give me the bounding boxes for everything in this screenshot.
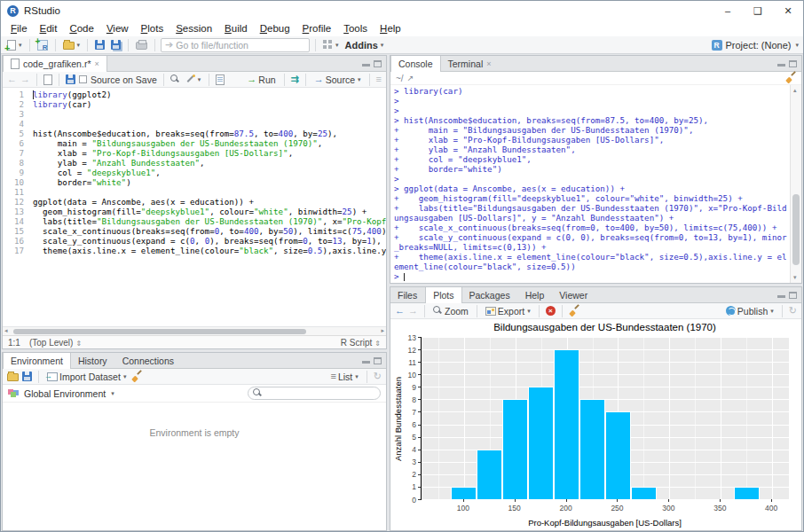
environment-scope-selector[interactable]: Global Environment bbox=[24, 388, 106, 399]
load-workspace-icon[interactable] bbox=[7, 373, 19, 381]
menu-view[interactable]: View bbox=[100, 23, 135, 34]
menu-debug[interactable]: Debug bbox=[254, 23, 296, 34]
clear-objects-icon[interactable] bbox=[131, 372, 142, 382]
new-project-button[interactable] bbox=[35, 39, 50, 51]
zoom-label: Zoom bbox=[445, 306, 469, 317]
menu-file[interactable]: File bbox=[4, 23, 34, 34]
console-input-area[interactable]: > library(car)>>> hist(Anscombe$educatio… bbox=[390, 85, 790, 283]
editor-horizontal-scrollbar[interactable]: ◂ ▸ bbox=[3, 326, 386, 335]
refresh-icon[interactable]: ↻ bbox=[789, 306, 797, 316]
new-file-button[interactable]: ▾ bbox=[5, 39, 24, 51]
maximize-pane-icon[interactable] bbox=[789, 292, 797, 299]
console-pane: Console Terminal× ~/ ↗ > library(car)>>>… bbox=[390, 55, 802, 284]
menu-help[interactable]: Help bbox=[374, 23, 407, 34]
maximize-pane-icon[interactable] bbox=[789, 60, 797, 67]
scroll-up-icon[interactable]: ▴ bbox=[793, 87, 797, 94]
save-all-button[interactable] bbox=[109, 39, 122, 51]
tab-environment[interactable]: Environment bbox=[3, 353, 71, 369]
console-scrollbar[interactable]: ▴ ▾ bbox=[790, 85, 801, 283]
menu-edit[interactable]: Edit bbox=[34, 23, 64, 34]
tab-packages[interactable]: Packages bbox=[462, 287, 518, 302]
remove-plot-icon[interactable]: × bbox=[546, 306, 556, 316]
code-line bbox=[33, 187, 386, 197]
open-in-window-icon[interactable] bbox=[43, 74, 52, 85]
x-tick-label: 150 bbox=[501, 504, 528, 512]
console-line: > ggplot(data = Anscombe, aes(x = educat… bbox=[394, 184, 790, 193]
import-dataset-button[interactable]: Import Dataset▾ bbox=[45, 371, 128, 383]
clear-console-icon[interactable] bbox=[785, 73, 796, 83]
rerun-icon[interactable]: ⇉ bbox=[291, 74, 299, 84]
pane-layout-button[interactable]: ▾ bbox=[321, 39, 341, 51]
previous-plot-icon[interactable]: ← bbox=[395, 306, 405, 316]
menu-code[interactable]: Code bbox=[63, 23, 100, 34]
menu-plots[interactable]: Plots bbox=[135, 23, 170, 34]
tab-viewer[interactable]: Viewer bbox=[552, 287, 595, 302]
run-button[interactable]: →Run bbox=[245, 74, 277, 86]
find-replace-icon[interactable] bbox=[170, 74, 180, 84]
code-editing-area[interactable]: library(ggplot2)library(car) hist(Anscom… bbox=[31, 88, 386, 326]
close-tab-icon[interactable]: × bbox=[94, 59, 99, 68]
tab-connections[interactable]: Connections bbox=[115, 353, 182, 368]
goto-directory-icon[interactable]: ↗ bbox=[407, 74, 414, 82]
scroll-down-icon[interactable]: ▾ bbox=[793, 274, 797, 281]
scope-selector[interactable]: (Top Level) bbox=[29, 338, 82, 348]
environment-search-input[interactable] bbox=[258, 388, 375, 398]
code-line: xlab = "Pro-Kopf-Bildungsausgaben [US-Do… bbox=[33, 148, 386, 158]
document-outline-icon[interactable]: ≡ bbox=[376, 74, 382, 84]
minimize-button[interactable]: – bbox=[713, 1, 743, 20]
close-tab-icon[interactable]: × bbox=[486, 59, 491, 68]
compile-report-icon[interactable] bbox=[216, 74, 225, 85]
tab-console[interactable]: Console bbox=[390, 56, 441, 72]
environment-search-box[interactable] bbox=[248, 387, 381, 400]
source-on-save-checkbox[interactable] bbox=[79, 75, 87, 83]
tab-files[interactable]: Files bbox=[390, 287, 425, 302]
goto-file-input[interactable] bbox=[176, 40, 291, 51]
menu-tools[interactable]: Tools bbox=[337, 23, 374, 34]
menu-profile[interactable]: Profile bbox=[296, 23, 338, 34]
scrollbar-thumb[interactable] bbox=[792, 194, 800, 265]
export-plot-button[interactable]: Export▾ bbox=[484, 305, 532, 317]
menu-build[interactable]: Build bbox=[218, 23, 254, 34]
code-line: labs(title="Bildungsausgaben der US-Bund… bbox=[33, 216, 386, 226]
publish-button[interactable]: Publish▾ bbox=[724, 305, 776, 317]
minimize-pane-icon[interactable] bbox=[362, 64, 370, 66]
file-type-selector[interactable]: R Script bbox=[341, 338, 381, 348]
tab-help[interactable]: Help bbox=[518, 287, 553, 302]
minimize-pane-icon[interactable] bbox=[362, 361, 370, 364]
close-button[interactable]: ✕ bbox=[773, 1, 803, 20]
minimize-pane-icon[interactable] bbox=[777, 64, 785, 66]
maximize-pane-icon[interactable] bbox=[374, 60, 382, 67]
maximize-pane-icon[interactable] bbox=[374, 357, 382, 364]
scroll-right-icon[interactable]: ▸ bbox=[381, 327, 384, 334]
source-button[interactable]: →Source▾ bbox=[312, 74, 363, 86]
tab-plots[interactable]: Plots bbox=[425, 287, 461, 303]
refresh-icon[interactable]: ↻ bbox=[374, 372, 382, 381]
scroll-left-icon[interactable]: ◂ bbox=[4, 327, 8, 334]
next-plot-icon[interactable]: → bbox=[408, 306, 418, 316]
y-tick-label: 13 bbox=[401, 333, 416, 342]
zoom-plot-button[interactable]: Zoom bbox=[431, 305, 470, 317]
console-line: _breaks=NULL, limits=c(0,13)) + bbox=[394, 242, 790, 252]
goto-file-box[interactable]: ➔ bbox=[161, 38, 310, 52]
list-view-button[interactable]: ≡List▾ bbox=[329, 371, 360, 383]
y-major-gridline bbox=[422, 349, 789, 350]
tab-history[interactable]: History bbox=[71, 353, 115, 368]
save-workspace-icon[interactable] bbox=[22, 372, 32, 381]
back-icon[interactable]: ← bbox=[7, 74, 17, 84]
tab-code-grafiken[interactable]: code_grafiken.r* × bbox=[3, 56, 107, 72]
environment-empty-message: Environment is empty bbox=[150, 427, 240, 530]
scrollbar-thumb[interactable] bbox=[13, 329, 306, 334]
save-button[interactable] bbox=[93, 39, 106, 51]
forward-icon[interactable]: → bbox=[20, 74, 30, 84]
menu-session[interactable]: Session bbox=[169, 23, 218, 34]
minimize-pane-icon[interactable] bbox=[777, 295, 785, 298]
code-tools-button[interactable]: ▾ bbox=[184, 74, 203, 85]
project-chooser[interactable]: R Project: (None) ▾ bbox=[712, 40, 800, 51]
addins-button[interactable]: Addins▾ bbox=[343, 39, 386, 51]
clear-all-plots-icon[interactable] bbox=[569, 306, 579, 317]
maximize-button[interactable]: ❑ bbox=[743, 1, 773, 20]
save-icon[interactable] bbox=[66, 74, 75, 84]
open-file-button[interactable]: ▾ bbox=[61, 39, 83, 51]
tab-terminal[interactable]: Terminal× bbox=[441, 56, 500, 71]
print-button[interactable] bbox=[134, 39, 149, 51]
